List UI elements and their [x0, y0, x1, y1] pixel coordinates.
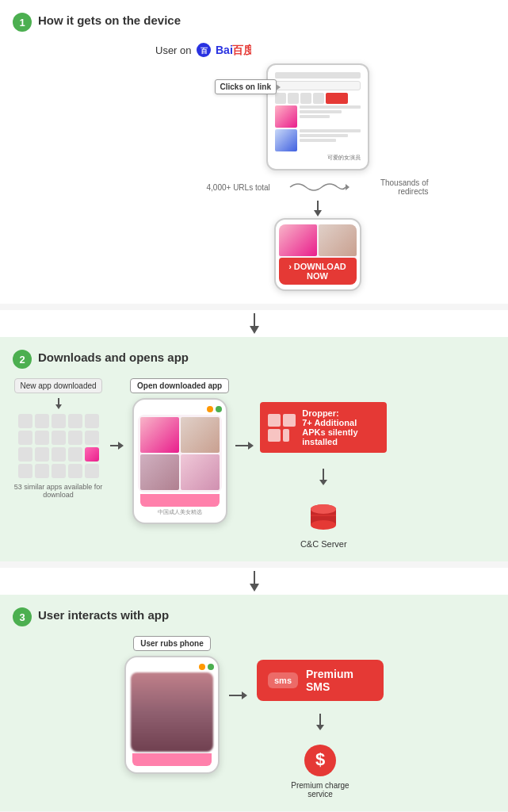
section-2: 2 Downloads and opens app New app downlo…	[0, 337, 508, 561]
section3-header: 3 User interacts with app	[13, 607, 495, 626]
svg-point-8	[311, 504, 336, 514]
step-number-2: 2	[13, 350, 32, 369]
download-phone-mockup: ›DOWNLOAD NOW	[274, 218, 361, 291]
baidu-user-label: User on	[155, 44, 192, 56]
section2-title: Downloads and opens app	[38, 350, 189, 366]
arrow-left-to-mid	[110, 442, 124, 450]
download-btn: ›DOWNLOAD NOW	[279, 258, 357, 285]
charge-label: Premium charge service	[288, 781, 352, 799]
user-rubs-badge: User rubs phone	[133, 636, 210, 651]
svg-text:百: 百	[200, 47, 208, 55]
redirects-label: Thousands of redirects	[365, 178, 428, 196]
arrow-sms-to-charge	[257, 714, 384, 730]
section-1: 1 How it gets on the device User on 百 Ba…	[0, 0, 508, 304]
section1-header: 1 How it gets on the device	[13, 13, 495, 32]
premium-charge-icon: $	[303, 743, 338, 778]
section1-title: How it gets on the device	[38, 13, 181, 29]
baidu-logo: 百 Bai 百度	[196, 41, 251, 59]
open-app-badge: Open downloaded app	[130, 378, 229, 393]
svg-text:$: $	[315, 749, 325, 769]
section-3: 3 User interacts with app User rubs phon…	[0, 595, 508, 811]
arrow-dropper-to-cc	[260, 469, 387, 485]
premium-charge: $ Premium charge service	[257, 743, 384, 799]
mid-phone-mockup: 中国成人美女精选	[132, 398, 227, 524]
arrow-mid-to-dropper	[235, 442, 254, 450]
arrow-phone-to-sms	[229, 691, 247, 699]
cc-label: C&C Server	[300, 539, 347, 549]
new-app-badge: New app downloaded	[14, 378, 101, 393]
cc-server-icon	[306, 501, 341, 536]
svg-marker-4	[346, 184, 349, 190]
urls-label: 4,000+ URLs total	[207, 183, 270, 192]
apps-grid	[18, 414, 99, 478]
baidu-phone-mockup: 可爱的女演员	[266, 63, 369, 170]
clicks-on-link-badge: Clicks on link	[215, 79, 277, 94]
down-arrow-new-app	[55, 398, 62, 409]
svg-text:Bai: Bai	[216, 44, 233, 56]
section2-header: 2 Downloads and opens app	[13, 350, 495, 369]
between-arrow-2-3	[0, 568, 508, 595]
urls-redirects-row: 4,000+ URLs total Thousands of redirects	[207, 178, 429, 196]
down-arrow-1	[314, 201, 322, 216]
between-arrow-1-2	[0, 310, 508, 337]
actress-label: 可爱的女演员	[275, 154, 361, 162]
similar-apps-label: 53 similar apps available for download	[13, 483, 104, 499]
dropper-icon	[268, 414, 296, 442]
sms-box: sms Premium SMS	[257, 660, 384, 701]
svg-point-7	[311, 520, 336, 530]
section3-title: User interacts with app	[38, 607, 169, 623]
rub-phone-mockup	[124, 656, 220, 774]
dropper-box: Dropper: 7+ Additional APKs silently ins…	[260, 402, 387, 453]
step-number-1: 1	[13, 13, 32, 32]
sms-icon: sms	[268, 672, 298, 688]
squiggle-arrow	[286, 179, 349, 195]
cc-server: C&C Server	[260, 501, 387, 549]
svg-text:百度: 百度	[232, 44, 251, 56]
step-number-3: 3	[13, 607, 32, 626]
